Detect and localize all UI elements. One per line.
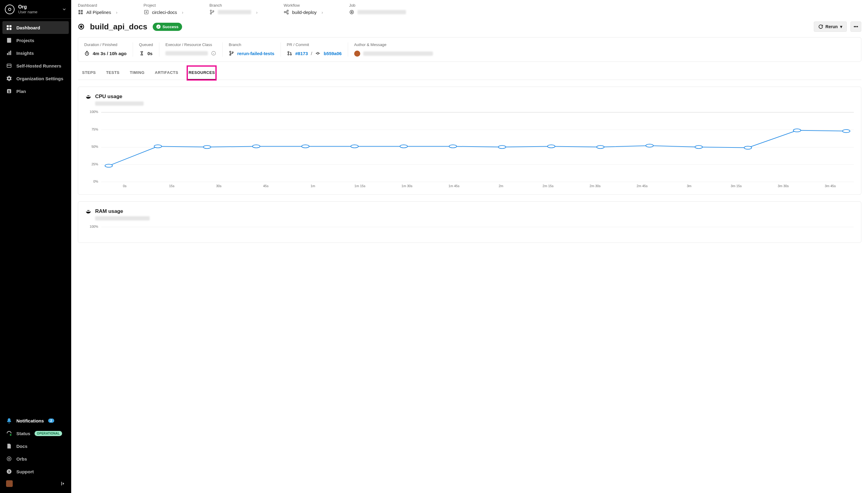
refresh-icon [818, 24, 823, 29]
x-tick: 3m [665, 184, 713, 188]
runners-icon [6, 63, 12, 69]
svg-rect-20 [79, 13, 80, 14]
svg-rect-18 [79, 10, 80, 12]
meta-pr-link[interactable]: #8173 [295, 51, 308, 56]
rerun-label: Rerun [826, 24, 838, 29]
svg-point-13 [7, 457, 11, 461]
chevron-right-icon: › [254, 10, 259, 15]
main-content: Dashboard All Pipelines › Project circle… [71, 0, 868, 493]
svg-point-24 [210, 10, 211, 11]
plan-icon: $ [6, 88, 12, 94]
sidebar-item-support[interactable]: ? Support [2, 465, 69, 478]
sidebar-item-org-settings[interactable]: Organization Settings [2, 72, 69, 85]
sidebar-item-label: Docs [16, 444, 27, 449]
sidebar: Org User name Dashboard Projects Insight… [0, 0, 71, 493]
sidebar-item-docs[interactable]: Docs [2, 440, 69, 452]
sidebar-item-label: Self-Hosted Runners [16, 63, 61, 68]
svg-rect-21 [81, 13, 83, 14]
crumb-label-project: Project [144, 3, 185, 7]
x-tick: 15s [148, 184, 195, 188]
x-tick: 1m [289, 184, 336, 188]
svg-point-49 [400, 145, 407, 148]
tab-resources[interactable]: RESOURCES [187, 66, 216, 80]
svg-text:?: ? [8, 470, 10, 474]
svg-point-31 [351, 12, 352, 13]
rerun-button[interactable]: Rerun ▾ [814, 21, 847, 32]
org-switcher[interactable]: Org User name [0, 0, 71, 19]
cpu-title: CPU usage [95, 93, 122, 100]
meta-author-redacted [363, 51, 433, 56]
x-tick: 2m 45s [619, 184, 665, 188]
meta-branch-link[interactable]: rerun-failed-tests [237, 51, 274, 56]
tab-timing[interactable]: TIMING [129, 66, 146, 80]
cpu-x-axis: 0s15s30s45s1m1m 15s1m 30s1m 45s2m2m 15s2… [101, 184, 854, 188]
meta-label-author: Author & Message [354, 42, 855, 47]
crumb-project[interactable]: circleci-docs [152, 10, 177, 15]
sidebar-item-status[interactable]: Status OPERATIONAL [2, 427, 69, 440]
svg-point-25 [210, 13, 211, 14]
more-button[interactable]: ••• [850, 21, 861, 32]
sidebar-item-projects[interactable]: Projects [2, 34, 69, 47]
gear-icon [6, 76, 12, 82]
chevron-right-icon: › [114, 10, 119, 15]
crumb-dashboard[interactable]: All Pipelines [86, 10, 111, 15]
ram-usage-card: RAM usage 100% [78, 201, 861, 243]
sidebar-item-dashboard[interactable]: Dashboard [2, 21, 69, 34]
help-icon: ? [6, 469, 12, 474]
svg-rect-7 [10, 50, 11, 55]
status-text: Success [163, 24, 178, 29]
chevron-right-icon: › [180, 10, 185, 15]
svg-point-37 [230, 54, 231, 56]
x-tick: 45s [242, 184, 289, 188]
y-tick: 100% [90, 225, 98, 228]
crumb-workflow[interactable]: build-deploy [292, 10, 317, 15]
y-tick: 75% [91, 128, 98, 131]
docker-icon [85, 208, 91, 214]
x-tick: 2m 30s [572, 184, 619, 188]
branch-icon [229, 50, 234, 56]
user-avatar[interactable] [6, 480, 13, 487]
sidebar-item-plan[interactable]: $ Plan [2, 85, 69, 98]
check-icon: ✓ [156, 24, 161, 29]
svg-point-57 [793, 129, 801, 132]
job-icon [349, 9, 355, 15]
svg-point-45 [203, 146, 211, 149]
x-tick: 2m [478, 184, 525, 188]
x-tick: 3m 30s [760, 184, 807, 188]
sidebar-item-orbs[interactable]: Orbs [2, 452, 69, 465]
sidebar-item-runners[interactable]: Self-Hosted Runners [2, 59, 69, 72]
svg-point-51 [499, 146, 506, 149]
sidebar-item-notifications[interactable]: Notifications 2 [2, 414, 69, 427]
collapse-sidebar-icon[interactable] [60, 481, 65, 486]
svg-point-40 [288, 54, 289, 55]
y-tick: 25% [91, 162, 98, 166]
y-tick: 0% [93, 179, 98, 183]
job-name: build_api_docs [90, 22, 147, 31]
caret-down-icon: ▾ [840, 24, 842, 29]
pipelines-icon [78, 9, 83, 15]
x-tick: 0s [101, 184, 148, 188]
svg-point-41 [290, 54, 292, 55]
svg-point-39 [288, 51, 289, 53]
cpu-y-axis: 100% 75% 50% 25% 0% [85, 112, 101, 182]
branch-icon [209, 9, 215, 15]
tab-tests[interactable]: TESTS [105, 66, 121, 80]
circleci-logo-icon [5, 4, 15, 14]
svg-text:$: $ [8, 90, 10, 93]
crumb-label-job: Job [349, 3, 406, 7]
svg-point-58 [843, 130, 850, 133]
crumb-label-dashboard: Dashboard [78, 3, 119, 7]
pull-request-icon [287, 50, 292, 56]
docker-icon [85, 93, 91, 100]
ram-y-axis: 100% [85, 227, 101, 236]
tab-steps[interactable]: STEPS [81, 66, 97, 80]
cpu-subtitle-redacted [95, 102, 144, 106]
workflow-icon [283, 9, 289, 15]
meta-commit-link[interactable]: b559a06 [323, 51, 341, 56]
dots-icon: ••• [854, 24, 858, 29]
tab-artifacts[interactable]: ARTIFACTS [154, 66, 179, 80]
sidebar-item-insights[interactable]: Insights [2, 47, 69, 59]
sidebar-item-label: Support [16, 469, 34, 474]
info-icon[interactable] [211, 50, 216, 56]
ram-title: RAM usage [95, 208, 123, 214]
